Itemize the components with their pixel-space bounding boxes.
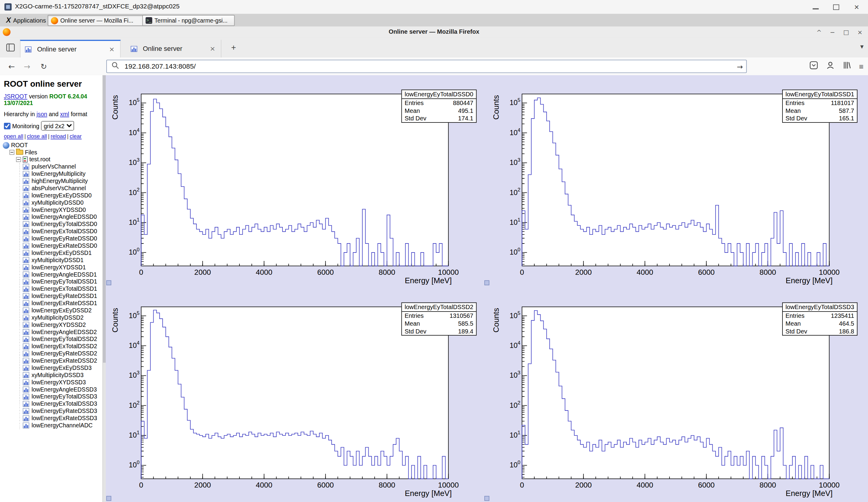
tree-item[interactable]: lowEnergyEyTotalDSSD2 <box>0 336 102 343</box>
firefox-shade-button[interactable]: ^ <box>816 29 822 36</box>
collapse-icon[interactable] <box>9 150 14 155</box>
open-all-link[interactable]: open all <box>4 133 23 139</box>
tree-item[interactable]: xyMultiplicityDSSD1 <box>0 257 102 264</box>
tree-item[interactable]: lowEnergyEyRateDSSD3 <box>0 408 102 415</box>
monitoring-label: Monitoring <box>12 123 39 129</box>
tree-item[interactable]: lowEnergyXYDSSD2 <box>0 321 102 328</box>
tree-item-label: lowEnergyExTotalDSSD1 <box>32 285 97 293</box>
tree-item-testroot[interactable]: test.root <box>0 156 102 163</box>
library-icon[interactable] <box>843 61 851 72</box>
tree-item[interactable]: lowEnergyAngleEDSSD3 <box>0 386 102 393</box>
back-button[interactable]: ← <box>6 61 18 72</box>
tree-item-root[interactable]: ROOT <box>0 142 102 149</box>
xml-link[interactable]: xml <box>60 111 69 117</box>
histogram-icon <box>23 243 29 249</box>
tree-item[interactable]: lowEnergyEyTotalDSSD0 <box>0 221 102 228</box>
window-minimize-button[interactable] <box>812 3 819 11</box>
clear-link[interactable]: clear <box>70 133 82 139</box>
window-maximize-button[interactable] <box>833 3 840 11</box>
firefox-close-button[interactable]: × <box>857 29 862 36</box>
tree-item[interactable]: absPulserVsChannel <box>0 185 102 192</box>
tree-item[interactable]: lowEnergyEyRateDSSD1 <box>0 293 102 300</box>
y-axis-title: Counts <box>492 95 500 119</box>
y-axis-title: Counts <box>111 95 119 119</box>
pocket-icon[interactable] <box>809 61 818 72</box>
go-arrow-icon[interactable]: → <box>737 62 743 71</box>
grid-layout-select[interactable]: grid 2x2 <box>41 121 74 130</box>
y-tick-label: 101 <box>128 217 140 226</box>
tree-item-label: lowEnergyAngleEDSSD1 <box>32 271 97 278</box>
new-tab-button[interactable]: + <box>228 42 239 53</box>
forward-button[interactable]: → <box>21 61 33 72</box>
tree-item[interactable]: lowEnergyExEyDSSD3 <box>0 365 102 372</box>
tree-item[interactable]: xyMultiplicityDSSD0 <box>0 199 102 206</box>
histogram-icon <box>23 236 29 242</box>
histogram-icon <box>23 314 29 321</box>
tree-item[interactable]: lowEnergyAngleEDSSD1 <box>0 271 102 278</box>
firefox-maximize-button[interactable]: □ <box>843 29 849 36</box>
tree-item[interactable]: lowEnergyExTotalDSSD2 <box>0 343 102 350</box>
json-link[interactable]: json <box>37 111 47 117</box>
tab-close-icon[interactable]: × <box>108 45 116 53</box>
tree-item[interactable]: lowEnergyExTotalDSSD1 <box>0 285 102 293</box>
tree-item[interactable]: lowEnergyEyRateDSSD0 <box>0 235 102 242</box>
tree-item[interactable]: lowEnergyExTotalDSSD0 <box>0 228 102 235</box>
tree-item[interactable]: lowEnergyXYDSSD3 <box>0 379 102 386</box>
tab-online-server-2[interactable]: Online server × <box>126 40 221 57</box>
all-tabs-chevron-icon[interactable]: ▾ <box>860 42 864 50</box>
tree-item[interactable]: lowEnergyMultiplicity <box>0 170 102 178</box>
tree-item[interactable]: lowEnergyChannelADC <box>0 422 102 429</box>
tree-item[interactable]: lowEnergyExRateDSSD3 <box>0 415 102 422</box>
tree-item[interactable]: xyMultiplicityDSSD2 <box>0 314 102 321</box>
reload-button[interactable]: ↻ <box>38 61 50 72</box>
grid-separator-handle[interactable] <box>106 496 112 501</box>
tab-online-server-1[interactable]: Online server × <box>20 40 121 57</box>
tree-item[interactable]: xyMultiplicityDSSD3 <box>0 372 102 379</box>
grid-separator-handle[interactable] <box>484 496 489 501</box>
tree-item[interactable]: lowEnergyExRateDSSD0 <box>0 242 102 250</box>
stats-box[interactable]: lowEnergyEyTotalDSSD2 Entries1310567 Mea… <box>402 302 477 336</box>
task-button-terminal[interactable]: >_ Terminal - npg@carme-gsi... <box>142 15 235 26</box>
tree-item[interactable]: lowEnergyExTotalDSSD3 <box>0 400 102 408</box>
monitoring-checkbox[interactable] <box>4 123 11 129</box>
tree-item[interactable]: lowEnergyExEyDSSD2 <box>0 307 102 314</box>
tree-item[interactable]: lowEnergyExRateDSSD2 <box>0 357 102 365</box>
close-all-link[interactable]: close all <box>27 133 47 139</box>
histogram-icon <box>23 322 29 328</box>
tree-item[interactable]: lowEnergyExRateDSSD1 <box>0 300 102 307</box>
tree-item[interactable]: lowEnergyXYDSSD1 <box>0 264 102 271</box>
tree-item[interactable]: lowEnergyEyRateDSSD2 <box>0 350 102 357</box>
stats-box[interactable]: lowEnergyEyTotalDSSD0 Entries880447 Mean… <box>402 90 477 123</box>
tree-item[interactable]: lowEnergyXYDSSD0 <box>0 206 102 213</box>
url-input[interactable] <box>119 63 737 71</box>
collapse-icon[interactable] <box>16 157 21 162</box>
histogram-icon <box>23 171 29 177</box>
url-bar[interactable]: → <box>106 60 747 73</box>
histogram-icon <box>23 386 29 393</box>
tree-item[interactable]: lowEnergyAngleEDSSD2 <box>0 328 102 336</box>
window-close-button[interactable]: × <box>853 3 860 11</box>
account-icon[interactable] <box>826 61 835 72</box>
tab-close-icon[interactable]: × <box>209 45 217 53</box>
jsroot-link[interactable]: JSROOT <box>4 93 28 100</box>
tree-item[interactable]: lowEnergyExEyDSSD0 <box>0 192 102 199</box>
tree-item-label: xyMultiplicityDSSD1 <box>32 257 84 264</box>
tree-item[interactable]: pulserVsChannel <box>0 163 102 170</box>
grid-separator-handle[interactable] <box>484 280 489 285</box>
grid-separator-handle[interactable] <box>106 280 112 285</box>
tree-item-files[interactable]: Files <box>0 149 102 156</box>
tree-item[interactable]: lowEnergyEyTotalDSSD1 <box>0 278 102 285</box>
stats-box[interactable]: lowEnergyEyTotalDSSD1 Entries1181017 Mea… <box>782 90 857 123</box>
tree-item[interactable]: highEnergyMultiplicity <box>0 178 102 185</box>
sidebar-toggle-icon[interactable] <box>6 42 16 54</box>
reload-link[interactable]: reload <box>51 133 66 139</box>
tree-item[interactable]: lowEnergyAngleEDSSD0 <box>0 213 102 221</box>
task-button-firefox[interactable]: Online server — Mozilla Fi... <box>48 15 147 26</box>
firefox-minimize-button[interactable]: − <box>830 29 835 36</box>
applications-menu[interactable]: X Applications <box>3 15 49 25</box>
tree-item[interactable]: lowEnergyEyTotalDSSD3 <box>0 393 102 400</box>
stats-box[interactable]: lowEnergyEyTotalDSSD3 Entries1235411 Mea… <box>782 302 857 336</box>
menu-icon[interactable]: ≡ <box>859 62 864 71</box>
tree-item[interactable]: lowEnergyExEyDSSD1 <box>0 249 102 257</box>
desktop: X2GO-carme-51-1752078747_stDXFCE_dp32@at… <box>0 0 868 502</box>
